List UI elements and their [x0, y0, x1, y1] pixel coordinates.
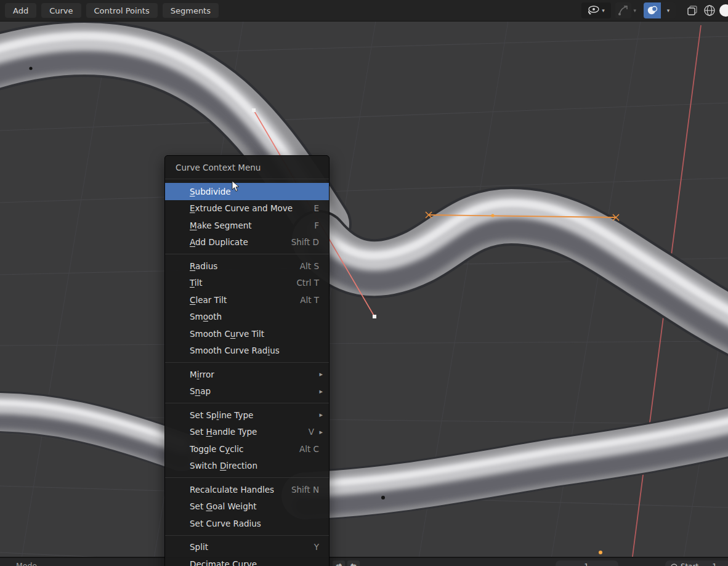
- menu-item-shortcut: E: [313, 203, 319, 213]
- menu-item-mirror[interactable]: Mirror▸: [165, 366, 329, 383]
- xray-icon: [686, 4, 698, 17]
- menu-item-clear-tilt[interactable]: Clear TiltAlt T: [165, 291, 329, 309]
- curve-tube-bottom-right: [305, 418, 728, 506]
- menu-separator: [165, 403, 329, 403]
- menu-item-extrude-curve-and-move[interactable]: Extrude Curve and MoveE: [165, 200, 329, 217]
- menubar-segments[interactable]: Segments: [163, 3, 219, 18]
- jump-next-keyframe-button[interactable]: ◆▸: [347, 560, 360, 566]
- viewport-header: AddCurveControl PointsSegments ▾ ▾: [0, 0, 728, 22]
- menu-item-recalculate-handles[interactable]: Recalculate HandlesShift N: [165, 481, 329, 498]
- control-point[interactable]: [381, 496, 385, 499]
- menu-item-shortcut: Shift N: [291, 485, 319, 495]
- menu-item-label: Extrude Curve and Move: [165, 203, 293, 213]
- header-menubar: AddCurveControl PointsSegments: [0, 3, 219, 18]
- menu-item-decimate-curve[interactable]: Decimate Curve: [165, 556, 329, 566]
- menu-item-label: Set Handle Type: [165, 427, 257, 437]
- submenu-arrow-icon: ▸: [319, 387, 323, 395]
- start-value: 1: [698, 560, 717, 566]
- menu-item-set-spline-type[interactable]: Set Spline Type▸: [165, 406, 329, 424]
- wireframe-globe-icon: [703, 4, 716, 17]
- overlays-dropdown[interactable]: ▾: [661, 2, 676, 18]
- overlays-icon: [647, 5, 658, 16]
- menu-item-toggle-cyclic[interactable]: Toggle CyclicAlt C: [165, 440, 329, 458]
- menu-item-label: Tilt: [165, 278, 203, 288]
- menu-item-label: Set Goal Weight: [165, 501, 257, 511]
- menu-item-smooth-curve-radius[interactable]: Smooth Curve Radius: [165, 342, 329, 360]
- timeline-mode-label[interactable]: Mode: [16, 561, 37, 566]
- timeline-bar: Mode ◂◆ ◆▸ 1 Start 1: [0, 557, 728, 566]
- menu-separator: [165, 362, 329, 363]
- menu-item-label: Set Curve Radius: [165, 519, 261, 528]
- menu-item-label: Split: [165, 542, 208, 552]
- menu-item-label: Mirror: [165, 370, 214, 379]
- menu-item-split[interactable]: SplitY: [165, 539, 329, 556]
- header-icon-cluster: ▾ ▾ ▾: [581, 0, 728, 21]
- menu-item-shortcut: Y: [314, 542, 319, 552]
- menu-item-subdivide[interactable]: Subdivide: [165, 183, 329, 200]
- gizmo-icon: [618, 5, 629, 16]
- menu-item-label: Radius: [165, 261, 217, 271]
- menu-item-make-segment[interactable]: Make SegmentF: [165, 217, 329, 234]
- menu-item-shortcut: Alt S: [300, 261, 319, 271]
- solid-sphere-icon: [718, 3, 728, 18]
- menu-item-radius[interactable]: RadiusAlt S: [165, 257, 329, 275]
- blender-window: AddCurveControl PointsSegments ▾ ▾: [0, 0, 728, 566]
- menu-item-shortcut: Ctrl T: [296, 278, 319, 288]
- curve-tube-bottom-left: [0, 403, 182, 460]
- menu-item-set-goal-weight[interactable]: Set Goal Weight: [165, 498, 329, 515]
- submenu-arrow-icon: ▸: [319, 370, 323, 378]
- chevron-down-icon: ▾: [600, 7, 607, 14]
- curve-context-menu: Curve Context Menu SubdivideExtrude Curv…: [164, 155, 330, 566]
- jump-prev-keyframe-button[interactable]: ◂◆: [333, 560, 345, 566]
- menu-item-shortcut: Alt T: [300, 295, 319, 305]
- shading-wireframe-button[interactable]: [701, 2, 718, 18]
- frame-start-field[interactable]: Start 1: [665, 560, 728, 566]
- menu-item-switch-direction[interactable]: Switch Direction: [165, 458, 329, 475]
- menu-item-label: Smooth Curve Radius: [165, 346, 280, 355]
- menu-item-shortcut: Shift D: [291, 237, 319, 247]
- current-frame-field[interactable]: 1: [556, 560, 618, 566]
- gizmo-toggle-button[interactable]: [615, 2, 631, 18]
- menu-item-smooth[interactable]: Smooth: [165, 309, 329, 326]
- menubar-control-points[interactable]: Control Points: [86, 3, 158, 18]
- handle-mid-point: [491, 214, 494, 217]
- context-menu-title: Curve Context Menu: [165, 156, 329, 179]
- menu-item-label: Add Duplicate: [165, 237, 248, 247]
- menu-item-label: Subdivide: [165, 187, 231, 196]
- menu-item-label: Decimate Curve: [165, 559, 257, 566]
- control-point-active[interactable]: [599, 551, 602, 554]
- menu-item-label: Smooth Curve Tilt: [165, 329, 264, 339]
- shading-solid-button[interactable]: [718, 2, 728, 18]
- object-visibility-dropdown[interactable]: ▾: [581, 2, 611, 18]
- menu-item-label: Recalculate Handles: [165, 485, 274, 495]
- menu-item-snap[interactable]: Snap▸: [165, 383, 329, 400]
- menu-item-add-duplicate[interactable]: Add DuplicateShift D: [165, 234, 329, 251]
- xray-toggle-button[interactable]: [684, 2, 701, 18]
- gizmo-chevron-icon[interactable]: ▾: [631, 7, 638, 14]
- menubar-curve[interactable]: Curve: [41, 3, 81, 18]
- submenu-arrow-icon: ▸: [319, 428, 323, 436]
- visibility-eye-icon: [586, 5, 600, 16]
- menu-item-set-curve-radius[interactable]: Set Curve Radius: [165, 515, 329, 532]
- menubar-add[interactable]: Add: [5, 3, 36, 18]
- chevron-down-icon: ▾: [665, 7, 672, 14]
- menu-item-label: Switch Direction: [165, 461, 257, 471]
- menu-item-shortcut: Alt C: [299, 444, 319, 454]
- menu-item-label: Make Segment: [165, 220, 252, 230]
- menu-item-label: Set Spline Type: [165, 410, 253, 420]
- menu-item-smooth-curve-tilt[interactable]: Smooth Curve Tilt: [165, 325, 329, 342]
- keying-icon: [670, 563, 678, 566]
- overlays-toggle-button[interactable]: [644, 2, 661, 18]
- control-point-selected[interactable]: [252, 108, 256, 112]
- menu-separator: [165, 477, 329, 478]
- viewport-canvas[interactable]: [0, 21, 728, 566]
- menu-item-label: Toggle Cyclic: [165, 444, 243, 454]
- menu-item-set-handle-type[interactable]: Set Handle TypeV▸: [165, 424, 329, 441]
- handle-endpoint-selected[interactable]: [373, 315, 376, 318]
- mouse-cursor: [232, 180, 241, 193]
- curve-tube-right: [319, 203, 728, 343]
- menu-item-shortcut: V: [309, 427, 314, 437]
- submenu-arrow-icon: ▸: [319, 411, 323, 419]
- menu-item-tilt[interactable]: TiltCtrl T: [165, 275, 329, 292]
- control-point[interactable]: [29, 67, 32, 70]
